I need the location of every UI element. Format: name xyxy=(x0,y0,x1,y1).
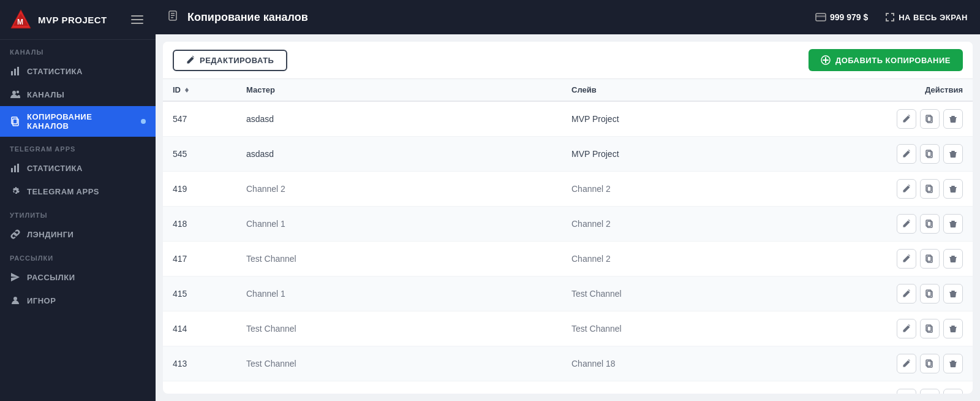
cell-actions xyxy=(887,137,973,172)
edit-row-button[interactable] xyxy=(897,179,916,199)
delete-row-button[interactable] xyxy=(943,284,963,304)
sidebar-item-ignore[interactable]: ИГНОР xyxy=(0,289,156,312)
cell-id: 415 xyxy=(163,277,236,311)
cell-master: Test Channel xyxy=(236,381,562,394)
cell-actions xyxy=(887,242,973,277)
col-header-master: Мастер xyxy=(236,79,562,101)
add-copy-button[interactable]: ДОБАВИТЬ КОПИРОВАНИЕ xyxy=(809,49,963,71)
svg-rect-19 xyxy=(816,15,826,17)
copy-row-button[interactable] xyxy=(920,284,940,304)
send-icon xyxy=(10,272,21,283)
copy-row-button[interactable] xyxy=(920,179,940,199)
cell-master: Test Channel xyxy=(236,311,562,346)
sidebar-item-stat2[interactable]: СТАТИСТИКА xyxy=(0,156,156,180)
svg-rect-17 xyxy=(171,17,173,18)
col-header-id[interactable]: ID xyxy=(163,79,236,101)
cell-actions xyxy=(887,346,973,381)
sidebar-item-mailing[interactable]: РАССЫЛКИ xyxy=(0,265,156,289)
people-icon xyxy=(10,89,21,100)
svg-rect-10 xyxy=(11,168,13,172)
edit-row-button[interactable] xyxy=(897,214,916,234)
topbar-title: Копирование каналов xyxy=(187,11,308,24)
table-container: ID Мастер Слейв Действия xyxy=(163,79,973,394)
cell-actions xyxy=(887,381,973,394)
copy-row-button[interactable] xyxy=(920,214,940,234)
copy-row-button[interactable] xyxy=(920,319,940,338)
delete-row-button[interactable] xyxy=(943,179,963,199)
cell-slave: Channel 2 xyxy=(562,207,887,242)
edit-row-button[interactable] xyxy=(897,144,916,164)
cell-slave: Test Channel xyxy=(562,311,887,346)
edit-row-button[interactable] xyxy=(897,389,916,394)
cell-master: Channel 2 xyxy=(236,172,562,207)
active-dot xyxy=(141,119,146,124)
content-panel: РЕДАКТИРОВАТЬ ДОБАВИТЬ КОПИРОВАНИЕ ID xyxy=(163,42,973,394)
settings-icon xyxy=(10,186,21,197)
col-header-slave: Слейв xyxy=(562,79,887,101)
delete-row-button[interactable] xyxy=(943,354,963,373)
delete-row-button[interactable] xyxy=(943,109,963,129)
edit-row-button[interactable] xyxy=(897,284,916,304)
cell-master: asdasd xyxy=(236,137,562,172)
topbar-fullscreen-button[interactable]: НА ВЕСЬ ЭКРАН xyxy=(885,12,968,22)
sidebar-item-stat1[interactable]: СТАТИСТИКА xyxy=(0,59,156,83)
section-label-channels: Каналы xyxy=(0,40,156,59)
edit-row-button[interactable] xyxy=(897,249,916,269)
section-label-mailing: Рассылки xyxy=(0,246,156,265)
sidebar-item-label: РАССЫЛКИ xyxy=(27,273,75,282)
svg-rect-4 xyxy=(14,69,16,75)
copy-row-button[interactable] xyxy=(920,389,940,394)
svg-point-7 xyxy=(17,91,19,93)
table-row: 547 asdasd MVP Project xyxy=(163,101,973,137)
svg-rect-12 xyxy=(17,164,19,172)
main-area: Копирование каналов 999 979 $ НА ВЕСЬ ЭК… xyxy=(156,0,980,401)
table-row: 413 Test Channel Channel 18 xyxy=(163,346,973,381)
hamburger-button[interactable] xyxy=(129,13,146,26)
sidebar: M MVP PROJECT Каналы СТАТИСТИКА КАНАЛЫ К… xyxy=(0,0,156,401)
cell-master: asdasd xyxy=(236,101,562,137)
cell-slave: MVP Project xyxy=(562,101,887,137)
copy-row-button[interactable] xyxy=(920,354,940,373)
cell-id: 417 xyxy=(163,242,236,277)
copy-row-button[interactable] xyxy=(920,144,940,164)
cell-id: 418 xyxy=(163,207,236,242)
app-title: MVP PROJECT xyxy=(38,15,107,25)
svg-rect-16 xyxy=(171,15,175,17)
topbar-balance: 999 979 $ xyxy=(815,12,868,23)
bar-chart-icon-2 xyxy=(10,162,21,174)
cell-actions xyxy=(887,172,973,207)
cell-id: 414 xyxy=(163,311,236,346)
table-row: 545 asdasd MVP Project xyxy=(163,137,973,172)
sidebar-item-landings[interactable]: ЛЭНДИНГИ xyxy=(0,223,156,246)
delete-row-button[interactable] xyxy=(943,389,963,394)
edit-button[interactable]: РЕДАКТИРОВАТЬ xyxy=(173,50,287,71)
edit-row-button[interactable] xyxy=(897,354,916,373)
sidebar-item-copy-channels[interactable]: КОПИРОВАНИЕ КАНАЛОВ xyxy=(0,106,156,137)
svg-rect-3 xyxy=(11,71,13,75)
sidebar-item-channels[interactable]: КАНАЛЫ xyxy=(0,83,156,106)
cell-actions xyxy=(887,277,973,311)
sidebar-item-label: СТАТИСТИКА xyxy=(27,164,83,173)
edit-row-button[interactable] xyxy=(897,319,916,338)
cell-actions xyxy=(887,101,973,137)
sidebar-item-label: TELEGRAM APPS xyxy=(27,187,99,196)
delete-row-button[interactable] xyxy=(943,249,963,269)
table-row: 418 Channel 1 Channel 2 xyxy=(163,207,973,242)
cell-id: 412 xyxy=(163,381,236,394)
sidebar-item-tg-apps[interactable]: TELEGRAM APPS xyxy=(0,180,156,203)
sidebar-item-label: ЛЭНДИНГИ xyxy=(27,230,74,239)
copy-row-button[interactable] xyxy=(920,249,940,269)
delete-row-button[interactable] xyxy=(943,144,963,164)
delete-row-button[interactable] xyxy=(943,214,963,234)
delete-row-button[interactable] xyxy=(943,319,963,338)
logo-icon: M xyxy=(10,9,32,31)
cell-slave: Channel 18 xyxy=(562,346,887,381)
table-row: 419 Channel 2 Channel 2 xyxy=(163,172,973,207)
svg-rect-15 xyxy=(171,13,175,14)
content-toolbar: РЕДАКТИРОВАТЬ ДОБАВИТЬ КОПИРОВАНИЕ xyxy=(163,42,973,79)
cell-id: 419 xyxy=(163,172,236,207)
sidebar-item-label: ИГНОР xyxy=(27,296,56,305)
edit-row-button[interactable] xyxy=(897,109,916,129)
copy-row-button[interactable] xyxy=(920,109,940,129)
table-row: 414 Test Channel Test Channel xyxy=(163,311,973,346)
